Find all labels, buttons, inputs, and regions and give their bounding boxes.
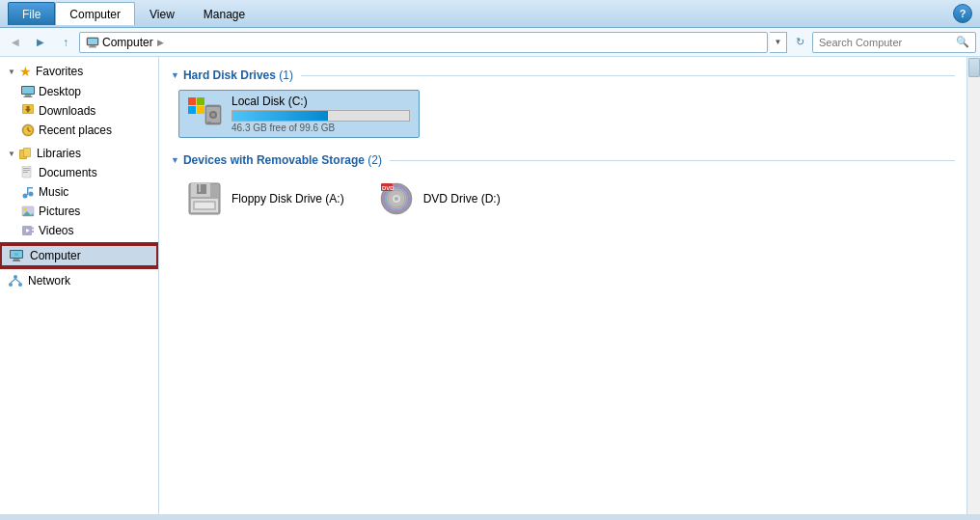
path-segment: Computer xyxy=(86,36,153,49)
svg-rect-27 xyxy=(27,187,33,189)
sidebar-item-network[interactable]: Network xyxy=(0,271,158,290)
hard-disk-divider xyxy=(301,75,955,76)
desktop-icon xyxy=(21,86,35,98)
drive-c-info: Local Disk (C:) 46.3 GB free of 99.6 GB xyxy=(231,95,410,133)
svg-rect-46 xyxy=(188,97,196,105)
forward-button[interactable]: ▶ xyxy=(29,32,52,53)
svg-rect-5 xyxy=(22,87,34,94)
drive-item-c[interactable]: Local Disk (C:) 46.3 GB free of 99.6 GB xyxy=(178,90,420,138)
videos-icon xyxy=(21,224,35,237)
favorites-heading[interactable]: ▼ ★ Favorites xyxy=(0,61,158,82)
svg-point-29 xyxy=(24,208,27,211)
music-label: Music xyxy=(39,185,68,199)
svg-point-25 xyxy=(29,192,34,197)
drive-c-free: 46.3 GB free of 99.6 GB xyxy=(231,123,410,133)
refresh-button[interactable]: ↻ xyxy=(789,32,810,53)
svg-rect-38 xyxy=(14,260,19,260)
svg-rect-58 xyxy=(199,184,201,192)
hard-disk-collapse-arrow[interactable]: ▼ xyxy=(171,70,179,80)
svg-point-68 xyxy=(395,197,398,201)
svg-rect-21 xyxy=(23,168,30,169)
floppy-name: Floppy Disk Drive (A:) xyxy=(231,192,344,205)
dvd-name: DVD Drive (D:) xyxy=(423,192,501,205)
sidebar-item-desktop[interactable]: Desktop xyxy=(0,82,158,101)
svg-rect-19 xyxy=(24,149,30,156)
ribbon: File Computer View Manage ? xyxy=(0,0,980,28)
tab-file[interactable]: File xyxy=(8,2,55,25)
drive-c-row: Local Disk (C:) 46.3 GB free of 99.6 GB xyxy=(185,95,413,133)
sidebar-item-computer[interactable]: Computer xyxy=(0,244,158,267)
network-label: Network xyxy=(28,274,70,287)
sidebar-item-downloads[interactable]: Downloads xyxy=(0,101,158,121)
svg-rect-22 xyxy=(23,170,30,171)
tab-manage[interactable]: Manage xyxy=(189,2,259,25)
scroll-thumb[interactable] xyxy=(968,58,980,77)
drive-c-bar xyxy=(232,111,328,121)
sidebar-item-pictures[interactable]: Pictures xyxy=(0,202,158,221)
recent-places-icon xyxy=(21,123,35,137)
computer-label: Computer xyxy=(30,249,81,262)
search-input[interactable] xyxy=(819,37,952,48)
documents-icon xyxy=(21,166,35,179)
favorites-label: Favorites xyxy=(36,65,83,78)
svg-rect-11 xyxy=(27,106,30,110)
svg-rect-6 xyxy=(25,95,31,96)
dvd-icon: DVD xyxy=(377,179,416,218)
svg-rect-33 xyxy=(32,228,34,230)
svg-line-45 xyxy=(15,279,20,283)
svg-rect-61 xyxy=(195,203,214,208)
address-dropdown[interactable]: ▼ xyxy=(770,32,787,53)
dvd-drive-icon: DVD xyxy=(379,181,414,216)
documents-label: Documents xyxy=(39,166,97,179)
svg-rect-47 xyxy=(197,97,204,105)
up-button[interactable]: ↑ xyxy=(54,32,77,53)
libraries-label: Libraries xyxy=(37,147,81,160)
pictures-label: Pictures xyxy=(39,205,80,218)
tab-view[interactable]: View xyxy=(135,2,189,25)
main-layout: ▼ ★ Favorites Desktop xyxy=(0,57,980,514)
search-box: 🔍 xyxy=(812,32,976,53)
svg-point-24 xyxy=(23,194,28,199)
svg-line-44 xyxy=(11,279,15,283)
libraries-arrow: ▼ xyxy=(8,150,15,158)
tab-computer[interactable]: Computer xyxy=(55,2,135,25)
videos-label: Videos xyxy=(39,224,73,237)
sidebar-item-recent[interactable]: Recent places xyxy=(0,121,158,140)
sidebar-item-documents[interactable]: Documents xyxy=(0,163,158,182)
svg-point-42 xyxy=(9,283,13,287)
svg-point-41 xyxy=(14,275,17,279)
downloads-label: Downloads xyxy=(39,104,95,118)
content-area: ▼ Hard Disk Drives (1) xyxy=(159,57,966,514)
hard-disk-icon xyxy=(186,96,223,132)
recent-places-label: Recent places xyxy=(39,123,112,137)
help-button[interactable]: ? xyxy=(953,4,972,23)
music-icon xyxy=(21,185,35,199)
sidebar-item-music[interactable]: Music xyxy=(0,182,158,202)
scrollbar[interactable] xyxy=(966,57,980,514)
libraries-section: ▼ Libraries Documents xyxy=(0,144,158,240)
floppy-drive-item[interactable]: Floppy Disk Drive (A:) xyxy=(178,175,351,223)
downloads-icon xyxy=(21,104,35,118)
libraries-heading[interactable]: ▼ Libraries xyxy=(0,144,158,163)
back-button[interactable]: ◀ xyxy=(4,32,27,53)
floppy-disk-icon xyxy=(187,181,222,216)
removable-title[interactable]: Devices with Removable Storage (2) xyxy=(183,153,382,167)
drive-c-icon xyxy=(185,95,224,133)
svg-rect-48 xyxy=(188,106,196,114)
path-arrow: ▶ xyxy=(157,38,164,47)
svg-point-43 xyxy=(18,283,22,287)
hard-disk-drives: Local Disk (C:) 46.3 GB free of 99.6 GB xyxy=(171,90,955,138)
hard-disk-title[interactable]: Hard Disk Drives (1) xyxy=(183,68,293,82)
computer-section: Computer xyxy=(0,244,158,267)
svg-rect-3 xyxy=(89,46,96,47)
address-path[interactable]: Computer ▶ xyxy=(79,32,768,53)
dvd-drive-item[interactable]: DVD DVD Drive (D:) xyxy=(370,175,507,223)
sidebar-item-videos[interactable]: Videos xyxy=(0,221,158,240)
removable-collapse-arrow[interactable]: ▼ xyxy=(171,155,179,165)
search-icon: 🔍 xyxy=(956,36,969,48)
computer-sidebar-icon xyxy=(10,249,25,262)
favorites-star-icon: ★ xyxy=(19,64,32,79)
sidebar: ▼ ★ Favorites Desktop xyxy=(0,57,159,514)
pictures-icon xyxy=(21,205,35,218)
removable-devices: Floppy Disk Drive (A:) xyxy=(171,175,955,223)
